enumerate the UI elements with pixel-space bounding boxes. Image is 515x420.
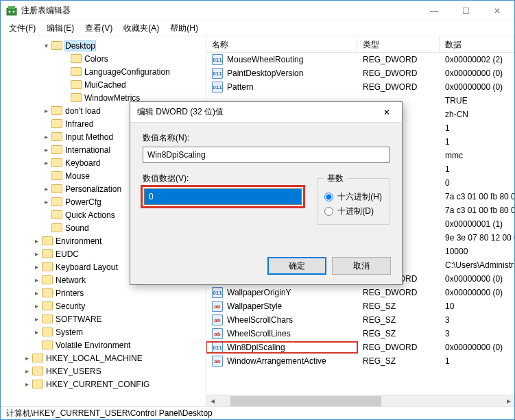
- folder-icon: [51, 197, 62, 206]
- radio-hex-label: 十六进制(H): [337, 191, 382, 203]
- expand-icon[interactable]: ▸: [32, 250, 40, 258]
- expand-icon[interactable]: ▸: [32, 315, 40, 323]
- cancel-button[interactable]: 取消: [332, 257, 391, 275]
- scrollbar-horizontal[interactable]: ◂ ▸: [206, 395, 514, 406]
- expand-icon[interactable]: ▸: [32, 328, 40, 336]
- ok-button[interactable]: 确定: [267, 257, 326, 275]
- tree-item-label: Printers: [56, 288, 84, 298]
- tree-item-label: Security: [56, 301, 85, 311]
- folder-icon: [42, 249, 53, 258]
- tree-item-label: Volatile Environment: [56, 341, 130, 350]
- tree-item-label: Mouse: [65, 171, 90, 181]
- value-name: WallpaperOriginY: [227, 288, 291, 297]
- expand-icon[interactable]: ▸: [42, 159, 50, 166]
- tree-item-label: Environment: [56, 236, 101, 246]
- expand-icon[interactable]: ▸: [42, 185, 50, 193]
- value-name: PaintDesktopVersion: [227, 69, 303, 78]
- menu-favorites[interactable]: 收藏夹(A): [119, 21, 163, 36]
- value-name-input[interactable]: [143, 147, 390, 163]
- value-row[interactable]: abWindowArrangementActiveREG_SZ1: [206, 354, 514, 368]
- value-data: 1: [440, 356, 514, 366]
- menu-view[interactable]: 查看(V): [81, 21, 117, 36]
- tree-item[interactable]: ▸Security: [3, 299, 206, 312]
- folder-icon: [51, 223, 62, 232]
- svg-rect-1: [8, 6, 15, 9]
- close-button[interactable]: ✕: [481, 1, 513, 21]
- menu-file[interactable]: 文件(F): [5, 21, 40, 36]
- dialog-close-button[interactable]: ✕: [373, 103, 400, 122]
- col-name[interactable]: 名称: [206, 36, 357, 52]
- scroll-right-icon[interactable]: ▸: [503, 395, 514, 407]
- value-row[interactable]: 011MouseWheelRoutingREG_DWORD0x00000002 …: [206, 53, 514, 66]
- tree-item[interactable]: ▸HKEY_LOCAL_MACHINE: [3, 351, 206, 365]
- value-data: 0x00000000 (0): [440, 288, 514, 297]
- expand-icon[interactable]: ▸: [32, 276, 40, 284]
- maximize-button[interactable]: ☐: [450, 1, 481, 21]
- col-type[interactable]: 类型: [357, 36, 440, 52]
- radio-hex[interactable]: [324, 193, 333, 201]
- minimize-button[interactable]: —: [418, 1, 450, 21]
- tree-item[interactable]: ▾Desktop: [3, 39, 206, 52]
- menubar: 文件(F) 编辑(E) 查看(V) 收藏夹(A) 帮助(H): [1, 21, 514, 36]
- folder-icon: [51, 158, 62, 167]
- value-row[interactable]: 011Win8DpiScalingREG_DWORD0x00000000 (0): [206, 341, 514, 354]
- expand-icon[interactable]: ▸: [42, 107, 50, 114]
- value-data: 9e 3e 07 80 12 00 0: [440, 233, 514, 243]
- string-value-icon: ab: [212, 314, 223, 325]
- tree-item-label: Keyboard Layout: [56, 262, 118, 272]
- expand-icon[interactable]: ▸: [42, 133, 50, 140]
- tree-item[interactable]: ▸HKEY_CURRENT_CONFIG: [3, 378, 206, 391]
- window-title: 注册表编辑器: [21, 5, 418, 16]
- tree-item[interactable]: ▸MuiCached: [3, 78, 206, 91]
- value-row[interactable]: 011PaintDesktopVersionREG_DWORD0x0000000…: [206, 66, 514, 80]
- expand-icon[interactable]: ▸: [32, 289, 40, 297]
- menu-edit[interactable]: 编辑(E): [43, 21, 78, 36]
- titlebar: 注册表编辑器 — ☐ ✕: [1, 1, 514, 21]
- value-data: 3: [440, 315, 514, 325]
- value-row[interactable]: abWheelScrollLinesREG_SZ3: [206, 327, 514, 341]
- folder-icon: [51, 184, 62, 193]
- expand-icon[interactable]: ▾: [42, 42, 50, 49]
- value-data: 0x00000000 (0): [440, 69, 514, 78]
- expand-icon[interactable]: ▸: [32, 237, 40, 245]
- dialog-title: 编辑 DWORD (32 位)值: [137, 106, 373, 118]
- tree-item[interactable]: ▸HKEY_USERS: [3, 365, 206, 378]
- value-name: WheelScrollChars: [227, 315, 293, 325]
- tree-item[interactable]: ▸System: [3, 325, 206, 338]
- expand-icon[interactable]: ▸: [32, 263, 40, 271]
- col-data[interactable]: 数据: [440, 36, 514, 52]
- value-row[interactable]: 011PatternREG_DWORD0x00000000 (0): [206, 80, 514, 94]
- value-data: TRUE: [440, 96, 514, 106]
- expand-icon[interactable]: ▸: [32, 302, 40, 310]
- value-data: 0: [440, 178, 514, 188]
- menu-help[interactable]: 帮助(H): [166, 21, 202, 36]
- tree-item[interactable]: ▸Printers: [3, 286, 206, 299]
- scroll-left-icon[interactable]: ◂: [206, 395, 218, 407]
- value-name-label: 数值名称(N):: [143, 132, 390, 144]
- expand-icon[interactable]: ▸: [23, 354, 31, 362]
- tree-item[interactable]: ▸Volatile Environment: [3, 338, 206, 351]
- folder-icon: [42, 328, 53, 336]
- dword-value-icon: 011: [212, 68, 223, 79]
- tree-item[interactable]: ▸Colors: [3, 52, 206, 65]
- tree-item-label: Infrared: [65, 119, 93, 129]
- statusbar: 计算机\HKEY_CURRENT_USER\Control Panel\Desk…: [1, 406, 514, 420]
- value-data-input[interactable]: [144, 188, 302, 205]
- value-row[interactable]: abWallpaperStyleREG_SZ10: [206, 299, 514, 313]
- dialog-titlebar[interactable]: 编辑 DWORD (32 位)值 ✕: [130, 102, 402, 123]
- tree-item-label: EUDC: [56, 249, 79, 259]
- value-type: REG_SZ: [357, 315, 440, 325]
- expand-icon[interactable]: ▸: [42, 146, 50, 153]
- value-row[interactable]: 011WallpaperOriginYREG_DWORD0x00000000 (…: [206, 286, 514, 299]
- tree-item-label: HKEY_USERS: [46, 367, 101, 376]
- scroll-thumb[interactable]: [230, 396, 381, 406]
- tree-item-label: Keyboard: [65, 158, 100, 168]
- radio-dec[interactable]: [324, 207, 333, 216]
- expand-icon[interactable]: ▸: [23, 380, 31, 388]
- tree-item[interactable]: ▸LanguageConfiguration: [3, 65, 206, 78]
- tree-item-label: Quick Actions: [65, 210, 115, 220]
- tree-item[interactable]: ▸SOFTWARE: [3, 312, 206, 325]
- value-row[interactable]: abWheelScrollCharsREG_SZ3: [206, 313, 514, 327]
- expand-icon[interactable]: ▸: [23, 367, 31, 375]
- expand-icon[interactable]: ▸: [42, 198, 50, 206]
